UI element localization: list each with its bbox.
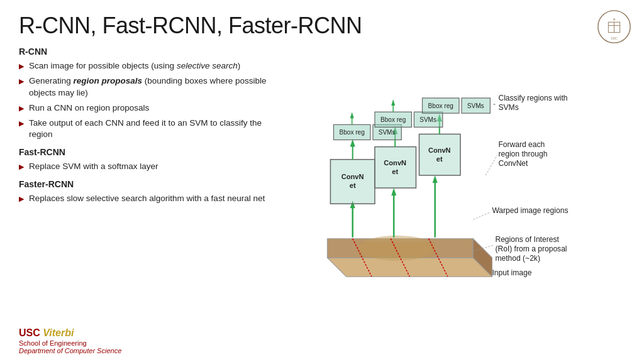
diagram-svg: Input image ConvN et ConvN et (296, 47, 625, 317)
svg-text:ConvN: ConvN (384, 159, 406, 167)
footer-viterbi-text: Viterbi (43, 327, 74, 338)
svg-text:et: et (350, 182, 356, 189)
bullet-arrow-icon: ▶ (19, 77, 24, 86)
list-item: ▶ Take output of each CNN and feed it to… (19, 118, 283, 141)
svg-text:Bbox reg: Bbox reg (428, 102, 453, 109)
svg-text:Regions of Interest: Regions of Interest (495, 235, 559, 244)
bullet-text: Replace SVM with a softmax layer (29, 161, 158, 173)
svg-text:et: et (392, 168, 398, 175)
svg-text:SVMs: SVMs (379, 129, 396, 136)
svg-text:ConvNet: ConvNet (498, 159, 528, 168)
svg-text:USC: USC (611, 36, 618, 40)
footer-brand: USC Viterbi (19, 327, 121, 339)
svg-text:Forward each: Forward each (498, 140, 545, 149)
svg-text:region through: region through (498, 150, 547, 158)
bullet-arrow-icon: ▶ (19, 62, 24, 71)
right-panel: Input image ConvN et ConvN et (296, 47, 625, 317)
left-panel: R-CNN ▶ Scan image for possible objects … (19, 47, 283, 317)
list-item: ▶ Generating region proposals (bounding … (19, 75, 283, 99)
page-title: R-CNN, Fast-RCNN, Faster-RCNN (19, 13, 625, 39)
faster-rcnn-heading: Faster-RCNN (19, 179, 283, 189)
footer-department: Department of Computer Science (19, 347, 121, 354)
svg-text:(RoI) from a proposal: (RoI) from a proposal (495, 244, 567, 253)
rcnn-bullets: ▶ Scan image for possible objects (using… (19, 60, 283, 141)
svg-text:SVMs: SVMs (467, 102, 484, 109)
input-image-label: Input image (492, 268, 531, 277)
svg-line-62 (473, 212, 491, 219)
svg-marker-30 (350, 139, 355, 146)
svg-text:⚜: ⚜ (613, 17, 616, 21)
list-item: ▶ Replace SVM with a softmax layer (19, 161, 283, 173)
svg-text:SVMs: SVMs (498, 103, 518, 112)
bold-italic-text: region proposals (74, 76, 143, 85)
list-item: ▶ Run a CNN on region proposals (19, 102, 283, 114)
list-item: ▶ Replaces slow selective search algorit… (19, 193, 283, 205)
bullet-arrow-icon: ▶ (19, 194, 24, 204)
footer-usc-text: USC (19, 327, 40, 338)
faster-rcnn-bullets: ▶ Replaces slow selective search algorit… (19, 193, 283, 205)
svg-marker-48 (350, 112, 354, 118)
svg-text:et: et (436, 155, 443, 163)
bullet-text: Generating region proposals (bounding bo… (29, 75, 283, 99)
content-area: R-CNN ▶ Scan image for possible objects … (19, 47, 625, 317)
svg-text:method (~2k): method (~2k) (495, 254, 540, 263)
bullet-arrow-icon: ▶ (19, 162, 24, 172)
page: ⚜ USC R-CNN, Fast-RCNN, Faster-RCNN R-CN… (0, 0, 644, 362)
svg-rect-10 (359, 242, 435, 258)
svg-text:Bbox reg: Bbox reg (340, 129, 365, 136)
svg-text:Classify regions with: Classify regions with (498, 94, 567, 102)
svg-text:ConvN: ConvN (341, 173, 364, 180)
bullet-text: Scan image for possible objects (using s… (29, 60, 240, 72)
bullet-text: Run a CNN on region proposals (29, 102, 149, 114)
fast-rcnn-heading: Fast-RCNN (19, 147, 283, 157)
bullet-arrow-icon: ▶ (19, 119, 24, 128)
svg-line-61 (486, 155, 497, 175)
list-item: ▶ Scan image for possible objects (using… (19, 60, 283, 72)
usc-logo: ⚜ USC (597, 9, 631, 44)
svg-marker-50 (391, 99, 395, 106)
svg-marker-6 (327, 258, 492, 277)
bullet-text: Take output of each CNN and feed it to a… (29, 118, 283, 141)
bullet-arrow-icon: ▶ (19, 104, 24, 113)
svg-text:ConvN: ConvN (428, 146, 451, 154)
svg-text:SVMs: SVMs (419, 116, 436, 123)
italic-text: selective search (177, 61, 238, 70)
svg-text:Warped image regions: Warped image regions (492, 206, 568, 215)
footer-school: School of Engineering (19, 339, 121, 347)
footer: USC Viterbi School of Engineering Depart… (19, 327, 121, 354)
bullet-text: Replaces slow selective search algorithm… (29, 193, 265, 205)
svg-marker-17 (391, 188, 396, 195)
rcnn-heading: R-CNN (19, 47, 283, 57)
fast-rcnn-bullets: ▶ Replace SVM with a softmax layer (19, 161, 283, 173)
svg-marker-19 (433, 175, 438, 183)
svg-text:Bbox reg: Bbox reg (380, 116, 406, 123)
